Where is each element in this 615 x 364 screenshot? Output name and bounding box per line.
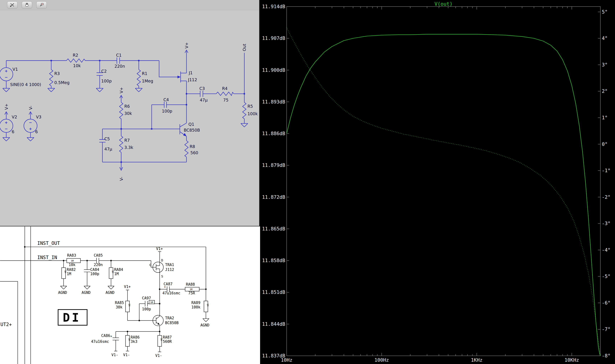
resistor-r5[interactable]: R5 100k (243, 102, 258, 119)
value-label: 75R (188, 291, 195, 295)
value-label: 30k (116, 305, 123, 309)
resistor-r2[interactable]: R2 10k (67, 53, 85, 68)
value-label: 100p (162, 109, 172, 113)
logo-box: DI (58, 310, 87, 325)
pcb-schematic-canvas[interactable]: INST_OUT INST_IN UT2+ SM RA83 10k CA85 2… (0, 227, 260, 364)
cutter-tool-button[interactable] (7, 1, 17, 9)
resistor-ra86[interactable]: SM RA86 3k3 V1- (123, 335, 140, 357)
schematic-canvas[interactable]: V1 SINE(0 4 1000) R3 0.5Meg R2 10k C2 10… (0, 0, 259, 226)
resistor-ra88[interactable]: SM RA88 75R (185, 282, 199, 295)
db-axis-label: 11.851dB (260, 289, 285, 295)
resistor-r4[interactable]: R4 75 (216, 86, 234, 103)
resistor-r1[interactable]: R1 1Meg (137, 70, 153, 86)
ref-label: V3 (36, 115, 41, 119)
capacitor-ca86[interactable]: CA86 + 47u16smc V1- (91, 334, 119, 357)
pan-hand-icon (24, 3, 30, 7)
resistor-ra84[interactable]: SM RA84 1M (109, 267, 123, 279)
net-label: V+ (184, 42, 189, 48)
pin-label-d: D (161, 259, 163, 262)
junction-dots (50, 60, 245, 163)
value-label: 47u16smc (91, 339, 109, 344)
resistor-ra89[interactable]: SM RA89 100k AGND (191, 301, 209, 327)
capacitor-ca84[interactable]: CA84 100p (84, 267, 99, 276)
resistor-ra83[interactable]: SM RA83 10k (67, 253, 80, 267)
capacitor-ca85[interactable]: CA85 220n (94, 253, 103, 267)
schematic-toolbar (0, 0, 259, 10)
db-axis-label: 11.879dB (260, 162, 285, 168)
pcb-schematic-panel[interactable]: INST_OUT INST_IN UT2+ SM RA83 10k CA85 2… (0, 227, 260, 364)
vminus-flag-bottom[interactable]: V- (119, 167, 124, 181)
probe-tool-button[interactable] (36, 1, 47, 9)
pin-label-g: G (149, 263, 151, 267)
capacitor-c2[interactable]: C2 100p (97, 69, 112, 83)
resistor-r6[interactable]: V+ R6 30k (119, 87, 132, 119)
trace-magnitude[interactable] (287, 34, 600, 356)
ref-label: C2 (101, 69, 107, 74)
pan-tool-button[interactable] (22, 1, 32, 9)
phase-axis-label: 0° (602, 141, 608, 147)
db-axis-label: 11.886dB (260, 131, 285, 136)
ref-label: R6 (124, 104, 130, 109)
ref-label: R3 (54, 71, 60, 76)
value-label: 1M (114, 272, 119, 276)
freq-axis-label: 1KHz (464, 357, 489, 363)
resistor-r7[interactable]: R7 3.3k (119, 129, 133, 152)
ref-label: R8 (190, 144, 195, 149)
out-net-label[interactable]: Out (242, 44, 247, 51)
capacitor-c4[interactable]: C4 100p (162, 97, 172, 113)
ref-label: C5 (104, 137, 110, 141)
phase-axis-label: 2° (602, 88, 608, 94)
ref-label: V1 (13, 67, 18, 72)
sm-marker: SM (128, 304, 130, 306)
voltage-source-v2[interactable]: V+ V2 6 (0, 104, 17, 134)
phase-axis-label: -4° (602, 247, 611, 253)
spice-schematic-panel[interactable]: V1 SINE(0 4 1000) R3 0.5Meg R2 10k C2 10… (0, 0, 260, 227)
resistor-r3[interactable]: R3 0.5Meg (49, 70, 69, 86)
trace-phase[interactable] (287, 27, 600, 356)
value-label: 3.3k (124, 145, 133, 150)
agnd-label: AGND (106, 290, 114, 295)
power-label: V1- (123, 353, 130, 357)
capacitor-ca87[interactable]: + CA87 47u16smc (162, 282, 180, 295)
value-label: 100p (101, 79, 112, 83)
voltage-source-v3[interactable]: V- V3 6 (24, 106, 41, 134)
agnd-label: AGND (82, 290, 91, 295)
value-label: 3k3 (131, 339, 137, 344)
value-label: 30k (124, 111, 132, 116)
plot-canvas[interactable] (260, 0, 615, 364)
bjt-tra2[interactable]: TRA2 BC850B (153, 315, 179, 326)
resistor-ra85[interactable]: V1+ SM RA85 30k (115, 285, 131, 312)
v1plus-flag-tra1[interactable]: V1+ (156, 247, 163, 253)
wires[interactable] (6, 51, 244, 169)
value-label: 6 (35, 130, 38, 134)
resistor-ra87[interactable]: SM RA87 560R V1- (155, 335, 172, 358)
resistor-ra82[interactable]: SM RA82 1M (62, 267, 76, 279)
waveform-viewer-panel[interactable]: V(out) 11.914dB11.907dB11.900dB11.893dB1… (260, 0, 615, 364)
value-label: 47µ (200, 98, 208, 102)
pin-label-s: S (161, 275, 163, 278)
ref-label: RA86 (131, 335, 140, 339)
value-label: 100p (142, 307, 151, 311)
value-label: 100p (90, 272, 99, 276)
ref-label: RA84 (114, 267, 123, 272)
net-label-inst-in[interactable]: INST_IN (37, 255, 57, 260)
value-label: J112 (165, 267, 174, 272)
ref-label: RA89 (191, 301, 200, 305)
ref-label: R1 (142, 71, 147, 76)
capacitor-c5[interactable]: C5 47µ (99, 129, 112, 151)
value-label: 100k (191, 305, 201, 309)
ref-label: RA85 (115, 301, 124, 305)
net-label-inst-out[interactable]: INST_OUT (37, 241, 60, 246)
net-label-ut2[interactable]: UT2+ (0, 322, 12, 327)
value-label: J112 (188, 78, 197, 82)
resistor-r8[interactable]: R8 560 (185, 141, 198, 157)
ref-label: R7 (124, 138, 130, 143)
phase-axis-label: 3° (602, 62, 608, 67)
jfet-tra1[interactable]: G D S TRA1 J112 (149, 259, 174, 278)
ref-label: Q1 (188, 122, 194, 127)
capacitor-c3[interactable]: C3 47µ (199, 86, 207, 103)
sm-marker: SM (64, 270, 67, 273)
value-label: 47µ (104, 147, 112, 151)
ref-label: R4 (222, 86, 228, 91)
bjt-q1[interactable]: Q1 BC850B (175, 122, 200, 136)
